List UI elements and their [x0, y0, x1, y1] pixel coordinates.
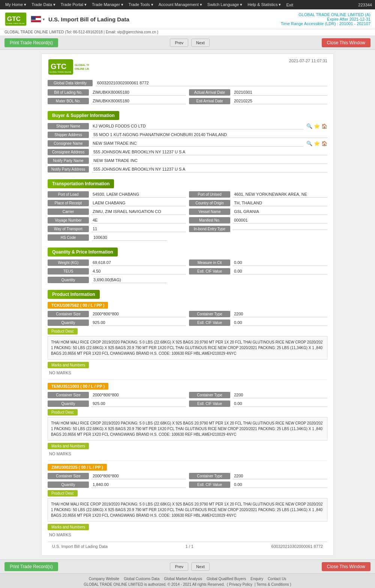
footer-privacy-policy[interactable]: Privacy Policy	[229, 582, 252, 586]
container-2-number-button[interactable]: TEMU3511003 ( 00 / L / PP )	[48, 383, 108, 390]
consignee-icons: 🔍 ⭐ 🏠	[306, 140, 327, 147]
footer-links: Company Website Global Customs Data Glob…	[4, 577, 370, 581]
nav-trade-manager[interactable]: Trade Manager ▾	[90, 2, 126, 8]
container-2-size-label: Container Size	[48, 392, 89, 398]
container-3-size-value: 2000*806*800	[91, 473, 186, 479]
inbond-value	[232, 228, 327, 230]
footer-enquiry[interactable]: Enquiry	[250, 577, 263, 581]
footer-qualified-buyers[interactable]: Global Qualified Buyers	[207, 577, 246, 581]
footer-contact-us[interactable]: Contact Us	[268, 577, 286, 581]
container-2-size-value: 2000*806*800	[91, 392, 186, 398]
container-2-marks-header[interactable]: Marks and Numbers	[48, 443, 89, 449]
next-button-top[interactable]: Next	[191, 39, 210, 47]
footer-global-customs[interactable]: Global Customs Data	[124, 577, 159, 581]
nav-account-management[interactable]: Account Management ▾	[156, 2, 204, 8]
header-right-info: GLOBAL TRADE ONLINE LIMITED (A) Expire A…	[281, 12, 370, 26]
footer-company-website[interactable]: Company Website	[89, 577, 120, 581]
notify-party-address-label: Notify Party Address	[48, 166, 89, 172]
mater-bol-esti-row: Mater BOL No. ZIMUBKK80065180 Esti Arriv…	[48, 98, 327, 104]
inbond-pair: In-bond Entry Type	[189, 226, 327, 232]
notify-party-address-value: 555 JOHNSON AVE BROOKLYN NY 11237 U S A	[92, 166, 327, 172]
container-2-product-desc-header[interactable]: Product Desc	[48, 409, 78, 416]
teus-label: TEUS	[48, 268, 89, 274]
record-timestamp: 2021-07-27 11:07:31	[289, 58, 327, 63]
consignee-house-icon[interactable]: 🏠	[321, 141, 327, 146]
container-1-size-type-row: Container Size 2000*806*800 Container Ty…	[48, 311, 327, 317]
main-content: GTC GLOBAL TRADE ONLINE GLOBAL TRADE ONL…	[0, 50, 375, 560]
nav-my-home[interactable]: My Home ▾	[3, 2, 28, 8]
prev-button-bottom[interactable]: Prev	[170, 562, 188, 571]
nav-trade-portal[interactable]: Trade Portal ▾	[58, 2, 89, 8]
container-2: TEMU3511003 ( 00 / L / PP ) Container Si…	[48, 383, 327, 457]
container-3-type-value: 2200	[232, 473, 327, 479]
close-window-button-bottom[interactable]: Close This Window	[322, 562, 370, 571]
carrier-vessel-row: Carrier ZIMU, ZIM ISRAEL NAVIGATION CO V…	[48, 208, 327, 215]
port-unlsed-value: 4601, NEW YORK/NEWARK AREA, NE	[232, 191, 327, 198]
footer-source: U.S. Import Bill of Lading Data	[52, 544, 108, 549]
container-1-marks-header[interactable]: Marks and Numbers	[48, 362, 89, 368]
site-footer: Company Website Global Customs Data Glob…	[0, 573, 375, 588]
close-window-button-top[interactable]: Close This Window	[322, 38, 370, 47]
weight-value: 69,618.07	[91, 260, 186, 266]
container-3-marks-header[interactable]: Marks and Numbers	[48, 524, 89, 530]
flag-label: ▾	[43, 17, 45, 21]
notify-party-name-row: Notify Party Name NEW SIAM TRADE INC	[48, 158, 327, 164]
nav-help-statistics[interactable]: Help & Statistics ▾	[245, 2, 283, 8]
nav-trade-data[interactable]: Trade Data ▾	[29, 2, 58, 8]
gtc-logo-header: GTC GLOBAL TRADE ONLINE GLOBAL TRADE ONL…	[48, 58, 89, 76]
container-3-size-label: Container Size	[48, 473, 89, 479]
voyage-number-value: 4E	[91, 217, 186, 224]
container-3-type-label: Container Type	[189, 473, 230, 479]
container-3-product-desc-header[interactable]: Product Desc	[48, 490, 78, 496]
prev-button-top[interactable]: Prev	[170, 39, 188, 47]
container-2-product-desc-value: THAI HOM MALI RICE CROP 2019/2020 PACKIN…	[48, 417, 327, 441]
country-origin-value: TH, THAILAND	[232, 200, 327, 206]
consignee-address-value: 555 JOHNSON AVE BROOKLYN NY 11237 U S A	[92, 149, 327, 155]
logo-area: GTC GLOBAL TRADE ONLINE	[4, 12, 27, 27]
container-1-size-pair: Container Size 2000*806*800	[48, 311, 186, 317]
top-action-bar: Print Trade Record(s) Prev Next Close Th…	[0, 36, 375, 50]
shipper-house-icon[interactable]: 🏠	[321, 123, 327, 129]
footer-terms[interactable]: Terms & Conditions	[256, 582, 289, 586]
manifest-pair: Manifest No. 000001	[189, 217, 327, 224]
measure-value: 0.00	[232, 260, 327, 266]
container-1-cif-value: 0.00	[232, 320, 327, 326]
bottom-action-bar: Print Trade Record(s) Prev Next Close Th…	[0, 560, 375, 573]
buyer-supplier-section-header: Buyer & Supplier Information	[48, 111, 119, 120]
container-1-qty-value: 925.00	[91, 320, 186, 326]
consignee-name-pair: Consignee Name NEW SIAM TRADE INC	[48, 140, 303, 147]
nav-switch-language[interactable]: Switch Language ▾	[205, 2, 244, 8]
container-2-size-type-row: Container Size 2000*806*800 Container Ty…	[48, 392, 327, 398]
nav-trade-tools[interactable]: Trade Tools ▾	[126, 2, 156, 8]
container-2-qty-value: 925.00	[91, 400, 186, 407]
shipper-name-value: KJ WORLD FOODS CO LTD	[91, 123, 303, 129]
weight-label: Weight (KG)	[48, 260, 89, 266]
consignee-search-icon[interactable]: 🔍	[306, 141, 312, 146]
consignee-star-icon[interactable]: ⭐	[314, 141, 320, 146]
notify-party-name-label: Notify Party Name	[48, 158, 89, 164]
container-2-type-pair: Container Type 2200	[189, 392, 327, 398]
container-3-number-button[interactable]: ZIMU3002325 ( 00 / L / PP )	[48, 464, 107, 471]
actual-arrival-label: Actual Arrival Date	[189, 89, 230, 96]
shipper-star-icon[interactable]: ⭐	[314, 123, 320, 129]
container-1-qty-label: Quantity	[48, 320, 89, 326]
shipper-address-row: Shipper Address 55 MOO 1 KUT-NGONG PHANA…	[48, 132, 327, 138]
print-trade-record-button-top[interactable]: Print Trade Record(s)	[4, 38, 58, 47]
container-3-qty-label: Quantity	[48, 482, 89, 488]
container-3-size-type-row: Container Size 2000*806*800 Container Ty…	[48, 473, 327, 479]
consignee-name-row: Consignee Name NEW SIAM TRADE INC 🔍 ⭐ 🏠	[48, 140, 327, 147]
footer-record-info: U.S. Import Bill of Lading Data 1 / 1 60…	[48, 542, 327, 551]
nav-exit[interactable]: Exit	[284, 2, 295, 8]
container-1-product-desc-header[interactable]: Product Desc	[48, 328, 78, 334]
shipper-search-icon[interactable]: 🔍	[306, 123, 312, 129]
next-button-bottom[interactable]: Next	[191, 562, 210, 571]
footer-global-market[interactable]: Global Market Analysis	[164, 577, 202, 581]
container-3-qty-cif-row: Quantity 1,840.00 Estl. CIF Value 0.00	[48, 482, 327, 488]
container-1-number-button[interactable]: TCKU1087562 ( 00 / L / PP )	[48, 302, 108, 309]
consignee-address-row: Consignee Address 555 JOHNSON AVE BROOKL…	[48, 149, 327, 155]
print-trade-record-button-bottom[interactable]: Print Trade Record(s)	[4, 562, 58, 571]
mater-bol-label: Mater BOL No.	[48, 98, 89, 104]
container-3-cif-value: 0.00	[232, 482, 327, 488]
shipper-address-label: Shipper Address	[48, 132, 89, 138]
place-receipt-value: LAEM CHABANG	[91, 200, 186, 206]
